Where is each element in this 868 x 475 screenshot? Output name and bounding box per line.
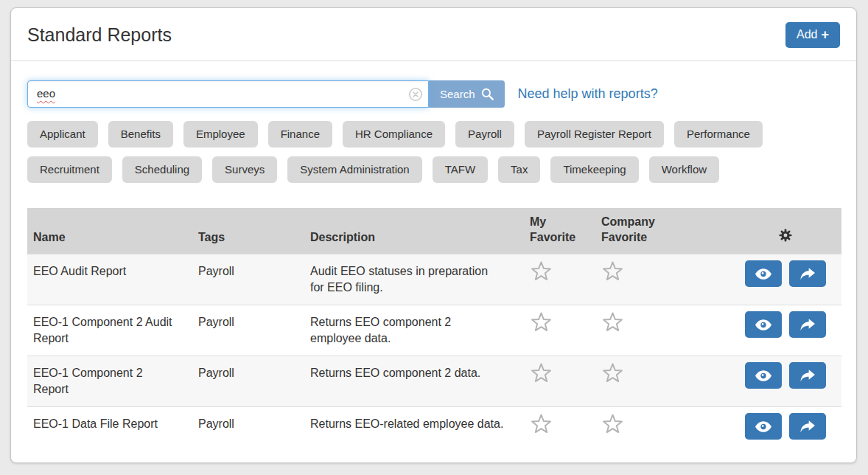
tag-filter-employee[interactable]: Employee <box>183 121 258 148</box>
my-favorite-cell <box>524 305 595 356</box>
view-report-button[interactable] <box>745 362 782 389</box>
row-actions <box>729 356 841 407</box>
add-button[interactable]: Add + <box>785 22 840 48</box>
company-favorite-cell <box>595 254 729 305</box>
row-actions <box>729 407 841 450</box>
column-header-company-favorite: Company Favorite <box>595 208 729 254</box>
search-button-label: Search <box>440 88 475 100</box>
tag-filter-recruitment[interactable]: Recruitment <box>27 156 112 183</box>
panel-header: Standard Reports Add + <box>11 8 856 61</box>
tag-filter-payroll[interactable]: Payroll <box>455 121 514 148</box>
my-favorite-cell <box>524 254 595 305</box>
report-tags: Payroll <box>192 407 304 450</box>
add-button-label: Add <box>797 28 817 41</box>
tag-filter-tax[interactable]: Tax <box>498 156 540 183</box>
tag-filter-performance[interactable]: Performance <box>674 121 763 148</box>
report-tags: Payroll <box>192 254 304 305</box>
view-report-button[interactable] <box>745 311 782 338</box>
report-tags: Payroll <box>192 305 304 356</box>
tag-filter-hr-compliance[interactable]: HR Compliance <box>343 121 445 148</box>
tag-filter-row-1: Applicant Benefits Employee Finance HR C… <box>11 121 856 148</box>
reports-table: Name Tags Description My Favorite Compan… <box>27 208 841 449</box>
table-row: EEO Audit Report Payroll Audit EEO statu… <box>27 254 841 305</box>
share-arrow-icon <box>800 370 815 382</box>
my-favorite-toggle[interactable] <box>530 362 553 389</box>
help-link[interactable]: Need help with reports? <box>518 86 658 102</box>
circle-x-icon <box>408 87 423 102</box>
report-description: Returns EEO component 2 employee data. <box>304 305 524 356</box>
my-favorite-cell <box>524 356 595 407</box>
eye-icon <box>755 421 771 432</box>
run-report-button[interactable] <box>789 260 826 287</box>
report-description: Returns EEO component 2 data. <box>304 356 524 407</box>
share-arrow-icon <box>800 420 815 433</box>
column-header-tags: Tags <box>192 208 304 254</box>
reports-table-header: Name Tags Description My Favorite Compan… <box>27 208 841 254</box>
company-favorite-cell <box>595 356 729 407</box>
tag-filter-row-2: Recruitment Scheduling Surveys System Ad… <box>11 156 856 183</box>
gear-icon <box>779 229 792 242</box>
eye-icon <box>755 319 771 330</box>
column-header-actions <box>729 208 841 254</box>
eye-icon <box>755 370 771 381</box>
run-report-button[interactable] <box>789 413 826 440</box>
tag-filter-tafw[interactable]: TAFW <box>433 156 488 183</box>
star-outline-icon <box>530 362 553 385</box>
report-name: EEO Audit Report <box>27 254 192 305</box>
clear-search-button[interactable] <box>408 87 423 102</box>
tag-filter-finance[interactable]: Finance <box>268 121 332 148</box>
search-button[interactable]: Search <box>429 80 505 108</box>
tag-filter-scheduling[interactable]: Scheduling <box>122 156 202 183</box>
search-input-value: eeo <box>37 87 55 100</box>
company-favorite-toggle[interactable] <box>601 413 624 440</box>
star-outline-icon <box>530 413 553 436</box>
table-settings-button[interactable] <box>779 229 792 242</box>
row-actions <box>729 305 841 356</box>
view-report-button[interactable] <box>745 260 782 287</box>
table-row: EEO-1 Data File Report Payroll Returns E… <box>27 407 841 450</box>
tag-filter-workflow[interactable]: Workflow <box>649 156 719 183</box>
tag-filter-applicant[interactable]: Applicant <box>27 121 98 148</box>
search-section: eeo Search Need help with reports? <box>11 61 856 108</box>
star-outline-icon <box>601 413 624 436</box>
my-favorite-cell <box>524 407 595 450</box>
row-actions <box>729 254 841 305</box>
tag-filter-surveys[interactable]: Surveys <box>212 156 277 183</box>
tag-filter-timekeeping[interactable]: Timekeeping <box>550 156 638 183</box>
report-name: EEO-1 Component 2 Audit Report <box>27 305 192 356</box>
company-favorite-toggle[interactable] <box>601 260 624 288</box>
table-row: EEO-1 Component 2 Report Payroll Returns… <box>27 356 841 407</box>
tag-filter-system-administration[interactable]: System Administration <box>287 156 421 183</box>
tag-filter-payroll-register-report[interactable]: Payroll Register Report <box>525 121 664 148</box>
search-box: eeo <box>27 80 429 108</box>
magnifier-icon <box>481 88 494 100</box>
eye-icon <box>755 268 771 280</box>
my-favorite-toggle[interactable] <box>530 260 553 288</box>
star-outline-icon <box>530 311 553 334</box>
report-description: Audit EEO statuses in preparation for EE… <box>304 254 524 305</box>
run-report-button[interactable] <box>789 362 826 389</box>
star-outline-icon <box>601 260 624 283</box>
star-outline-icon <box>601 362 624 385</box>
report-name: EEO-1 Component 2 Report <box>27 356 192 407</box>
star-outline-icon <box>530 260 553 283</box>
my-favorite-toggle[interactable] <box>530 413 553 440</box>
run-report-button[interactable] <box>789 311 826 338</box>
search-input[interactable]: eeo <box>27 80 429 108</box>
column-header-name: Name <box>27 208 192 254</box>
plus-icon: + <box>821 30 829 40</box>
column-header-description: Description <box>304 208 524 254</box>
company-favorite-cell <box>595 407 729 450</box>
company-favorite-toggle[interactable] <box>601 362 624 389</box>
report-description: Returns EEO-related employee data. <box>304 407 524 450</box>
tag-filter-benefits[interactable]: Benefits <box>108 121 173 148</box>
company-favorite-cell <box>595 305 729 356</box>
company-favorite-toggle[interactable] <box>601 311 624 339</box>
report-name: EEO-1 Data File Report <box>27 407 192 450</box>
page-title: Standard Reports <box>27 24 172 46</box>
share-arrow-icon <box>800 319 815 331</box>
my-favorite-toggle[interactable] <box>530 311 553 339</box>
view-report-button[interactable] <box>745 413 782 440</box>
table-row: EEO-1 Component 2 Audit Report Payroll R… <box>27 305 841 356</box>
report-tags: Payroll <box>192 356 304 407</box>
